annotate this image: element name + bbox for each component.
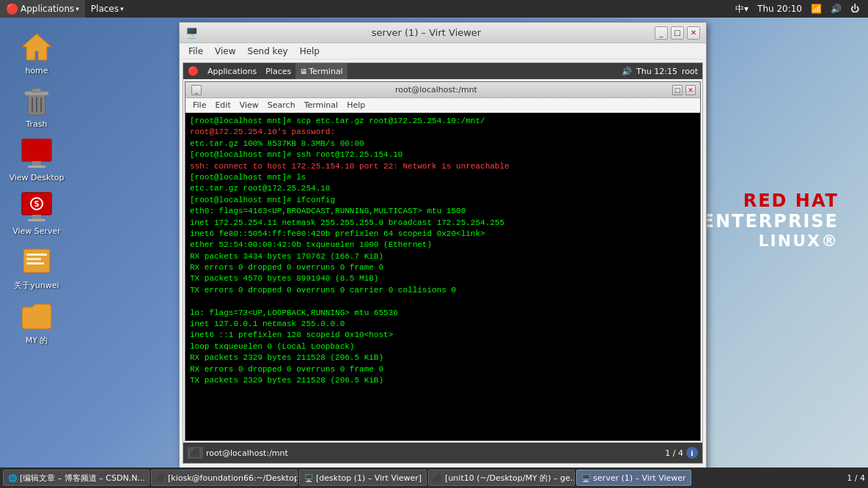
terminal-menubar: File Edit View Search Terminal Help — [185, 98, 700, 113]
guest-places-menu[interactable]: Places — [261, 63, 295, 79]
terminal-menu-view[interactable]: View — [235, 98, 263, 113]
svg-rect-9 — [32, 161, 41, 166]
maximize-button[interactable]: □ — [671, 26, 684, 40]
virt-menu-view[interactable]: View — [209, 43, 241, 59]
virt-viewer-window: 🖥️ server (1) – Virt Viewer _ □ ✕ File V… — [179, 22, 707, 469]
guest-redhat-icon: 🔴 — [183, 63, 203, 79]
guest-status-left: ⬛ root@localhost:/mnt — [188, 447, 288, 459]
terminal-close-btn[interactable]: ✕ — [685, 85, 696, 95]
terminal-line: inet6 ::1 prefixlen 128 scopeid 0x10<hos… — [190, 330, 696, 341]
guest-info-icon[interactable]: ℹ — [686, 447, 698, 459]
virt-menu-sendkey[interactable]: Send key — [242, 43, 294, 59]
taskbar-csdn[interactable]: 🌐 [编辑文章 – 博客频道 – CSDN.N... — [3, 470, 150, 486]
terminal-line: TX errors 0 dropped 0 overruns 0 carrier… — [190, 285, 696, 296]
home-folder-icon — [19, 29, 54, 64]
places-menu[interactable]: Places ▾ — [85, 0, 130, 18]
guest-applications-menu[interactable]: Applications — [203, 63, 261, 79]
desktop-icon-about-yunwei[interactable]: 关于yunwei — [7, 243, 66, 291]
virt-menu-file[interactable]: File — [183, 43, 209, 59]
top-panel: 🔴 Applications ▾ Places ▾ 中▾ Thu 20:10 📶… — [0, 0, 868, 18]
guest-panel-left: 🔴 Applications Places 🖥 Terminal — [183, 63, 347, 79]
desktop-icon-view-server[interactable]: S View Server — [7, 190, 66, 236]
taskbar-desktop1[interactable]: 🖥️ [desktop (1) – Virt Viewer] — [299, 470, 427, 486]
view-desktop-icon — [19, 136, 54, 171]
terminal-title: root@localhost:/mnt — [202, 85, 671, 95]
guest-statusbar: ⬛ root@localhost:/mnt 1 / 4 ℹ — [183, 443, 702, 463]
virt-viewer-title: server (1) – Virt Viewer — [198, 27, 655, 38]
virt-viewer-window-controls: _ □ ✕ — [655, 26, 700, 40]
terminal-line: [root@localhost mnt]# ifconfig — [190, 195, 696, 206]
terminal-line: ssh: connect to host 172.25.154.10 port … — [190, 161, 696, 172]
svg-rect-17 — [26, 254, 47, 256]
guest-time: Thu 12:15 — [636, 67, 677, 76]
svg-rect-16 — [23, 249, 50, 273]
power-icon: ⏻ — [847, 4, 862, 14]
about-yunwei-icon — [19, 243, 54, 278]
rhel-branding: RED HAT ENTERPRISE LINUX® — [702, 190, 853, 249]
input-method-indicator: 中▾ — [732, 3, 751, 15]
desktop-icon-my[interactable]: MY 的 — [7, 298, 66, 346]
terminal-line: etc.tar.gz root@172.25.254.10 — [190, 183, 696, 194]
guest-places-label: Places — [265, 67, 291, 76]
terminal-line: RX packets 3434 bytes 170762 (166.7 KiB) — [190, 251, 696, 262]
guest-terminal-icon: ⬛ — [188, 447, 203, 459]
trash-icon — [19, 83, 54, 118]
desktop-icon-trash[interactable]: Trash — [7, 83, 66, 129]
close-button[interactable]: ✕ — [687, 26, 700, 40]
svg-rect-7 — [22, 139, 51, 161]
terminal-line: RX errors 0 dropped 0 overruns 0 frame 0 — [190, 364, 696, 375]
places-label: Places — [91, 4, 119, 14]
terminal-line: loop txqueuelen 0 (Local Loopback) — [190, 341, 696, 352]
virt-viewer-titlebar: 🖥️ server (1) – Virt Viewer _ □ ✕ — [180, 23, 706, 43]
taskbar-server1-label: server (1) – Virt Viewer — [593, 473, 685, 483]
terminal-line: inet 127.0.0.1 netmask 255.0.0.0 — [190, 319, 696, 330]
minimize-button[interactable]: _ — [655, 26, 668, 40]
desktop-icon-home[interactable]: home — [7, 29, 66, 75]
desktop-icon-view-desktop[interactable]: View Desktop — [7, 136, 66, 182]
svg-rect-12 — [32, 215, 41, 219]
applications-menu[interactable]: 🔴 Applications ▾ — [0, 0, 85, 18]
terminal-line: etc.tar.gz 100% 8537KB 8.3MB/s 00:00 — [190, 138, 696, 149]
rhel-line3: LINUX® — [702, 231, 839, 249]
taskbar-unit10-icon: ⬛ — [433, 474, 442, 482]
terminal-menu-file[interactable]: File — [188, 98, 210, 113]
view-server-icon-label: View Server — [12, 226, 61, 236]
terminal-menu-help[interactable]: Help — [342, 98, 369, 113]
taskbar-unit10[interactable]: ⬛ [unit10 (~/Desktop/MY 的) – ge... — [428, 470, 575, 486]
terminal-menu-terminal[interactable]: Terminal — [300, 98, 343, 113]
desktop-icons: home Trash — [7, 29, 66, 346]
terminal-content[interactable]: [root@localhost mnt]# scp etc.tar.gz roo… — [185, 113, 700, 440]
terminal-line: [root@localhost mnt]# ssh root@172.25.15… — [190, 149, 696, 160]
clock: Thu 20:10 — [754, 4, 805, 14]
terminal-line: RX errors 0 dropped 0 overruns 0 frame 0 — [190, 262, 696, 273]
taskbar-server1[interactable]: 🖥️ server (1) – Virt Viewer — [576, 470, 691, 486]
terminal-line: lo: flags=73<UP,LOOPBACK,RUNNING> mtu 65… — [190, 308, 696, 319]
terminal-titlebar: _ root@localhost:/mnt □ ✕ — [185, 82, 700, 98]
svg-marker-0 — [22, 34, 51, 60]
terminal-line: eth0: flags=4163<UP,BROADCAST,RUNNING,MU… — [190, 206, 696, 217]
top-panel-right: 中▾ Thu 20:10 📶 🔊 ⏻ — [732, 3, 868, 15]
terminal-menu-edit[interactable]: Edit — [210, 98, 235, 113]
svg-text:S: S — [34, 200, 39, 208]
terminal-line: ether 52:54:00:00:42:0b txqueuelen 1000 … — [190, 240, 696, 251]
virt-menu-help[interactable]: Help — [294, 43, 326, 59]
terminal-window: _ root@localhost:/mnt □ ✕ File Edit View… — [185, 81, 701, 441]
terminal-line: RX packets 2329 bytes 211528 (206.5 KiB) — [190, 352, 696, 363]
terminal-minimize-btn[interactable]: _ — [191, 85, 202, 95]
taskbar-desktop1-icon: 🖥️ — [304, 474, 313, 482]
taskbar-kiosk[interactable]: ⬛ [kiosk@foundation66:~/Desktop]... — [151, 470, 298, 486]
virt-viewer-app-icon: 🖥️ — [185, 27, 198, 39]
taskbar-csdn-label: [编辑文章 – 博客频道 – CSDN.N... — [20, 473, 145, 484]
view-server-icon: S — [19, 190, 54, 225]
guest-panel-right: 🔊 Thu 12:15 root — [622, 67, 702, 76]
view-desktop-icon-label: View Desktop — [10, 173, 65, 182]
svg-rect-18 — [26, 258, 41, 260]
guest-terminal-button[interactable]: 🖥 Terminal — [295, 63, 347, 79]
volume-icon: 🔊 — [828, 4, 845, 14]
terminal-menu-search[interactable]: Search — [263, 98, 300, 113]
taskbar-page-indicator: 1 / 4 — [847, 473, 865, 483]
wifi-icon: 📶 — [808, 4, 825, 14]
trash-icon-label: Trash — [26, 119, 47, 129]
terminal-line — [190, 296, 696, 307]
terminal-maximize-btn[interactable]: □ — [672, 85, 683, 95]
